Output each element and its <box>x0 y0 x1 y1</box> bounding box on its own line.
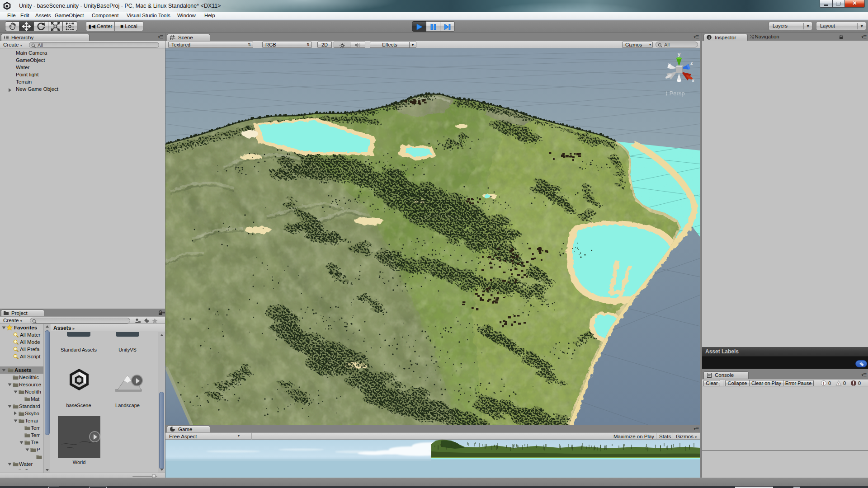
svg-text:z: z <box>690 60 693 66</box>
svg-text:!: ! <box>823 381 824 386</box>
svg-text:x: x <box>692 78 695 83</box>
svg-text:⟨ Persp: ⟨ Persp <box>665 90 685 97</box>
svg-text:y: y <box>678 52 681 57</box>
svg-text:!: ! <box>838 382 840 386</box>
